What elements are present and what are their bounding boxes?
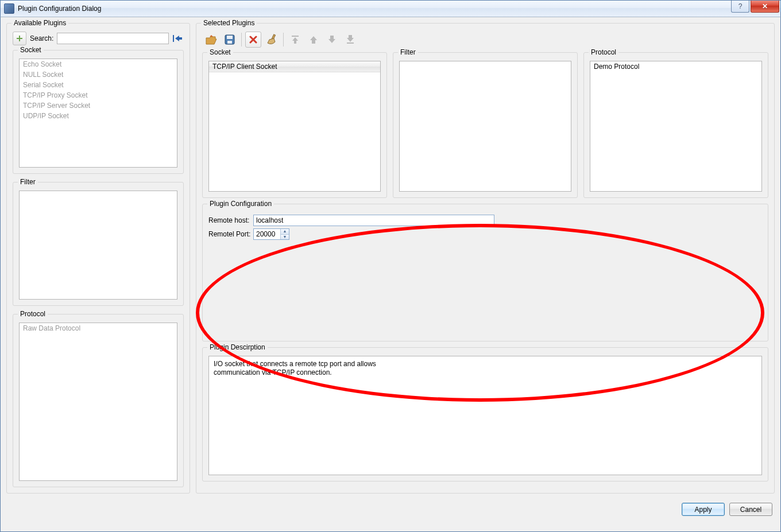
window-title: Plugin Configuration Dialog bbox=[18, 5, 730, 13]
plugin-description-text: I/O socket that connects a remote tcp po… bbox=[208, 356, 762, 475]
arrow-down-bar-icon bbox=[345, 34, 355, 45]
available-socket-label: Socket bbox=[18, 46, 44, 54]
svg-marker-14 bbox=[310, 36, 317, 44]
remove-button[interactable] bbox=[245, 32, 261, 48]
list-item[interactable]: TCP/IP Client Socket bbox=[209, 61, 380, 72]
remote-host-input[interactable] bbox=[253, 215, 494, 226]
available-filter-group: Filter bbox=[13, 182, 184, 306]
move-down-button[interactable] bbox=[324, 32, 340, 48]
plugin-configuration-label: Plugin Configuration bbox=[207, 200, 274, 208]
svg-marker-16 bbox=[347, 35, 354, 42]
plugin-description-group: Plugin Descirption I/O socket that conne… bbox=[202, 347, 768, 481]
help-button[interactable]: ? bbox=[731, 1, 749, 13]
description-line: I/O socket that connects a remote tcp po… bbox=[214, 360, 757, 368]
app-icon bbox=[4, 3, 14, 14]
list-item[interactable]: Serial Socket bbox=[20, 80, 177, 90]
svg-rect-8 bbox=[227, 41, 232, 44]
svg-rect-7 bbox=[227, 36, 233, 39]
add-plugin-button[interactable] bbox=[13, 32, 26, 45]
clear-button[interactable] bbox=[264, 32, 280, 48]
open-button[interactable] bbox=[203, 32, 219, 48]
available-plugins-group: Available Plugins Search: bbox=[6, 23, 190, 494]
selected-socket-label: Socket bbox=[207, 48, 233, 56]
remote-port-input[interactable] bbox=[254, 229, 280, 239]
list-item[interactable]: Echo Socket bbox=[20, 59, 177, 69]
svg-marker-3 bbox=[175, 36, 182, 41]
available-protocol-list[interactable]: Raw Data Protocol bbox=[19, 323, 177, 481]
svg-marker-15 bbox=[328, 36, 335, 43]
save-button[interactable] bbox=[222, 32, 238, 48]
search-input[interactable] bbox=[57, 33, 169, 44]
svg-marker-4 bbox=[206, 37, 216, 44]
remote-port-row: Remotel Port: ▲ ▼ bbox=[208, 228, 762, 240]
cancel-button[interactable]: Cancel bbox=[729, 503, 772, 516]
apply-button[interactable]: Apply bbox=[682, 503, 725, 516]
selected-filter-group: Filter bbox=[393, 52, 578, 198]
selected-filter-label: Filter bbox=[398, 48, 418, 56]
broom-icon bbox=[266, 34, 277, 45]
spinner-up-button[interactable]: ▲ bbox=[281, 229, 289, 235]
available-filter-label: Filter bbox=[18, 178, 38, 186]
search-label: Search: bbox=[29, 34, 55, 42]
svg-marker-5 bbox=[210, 35, 213, 37]
svg-rect-12 bbox=[292, 36, 299, 37]
available-protocol-label: Protocol bbox=[18, 310, 48, 318]
available-protocol-group: Protocol Raw Data Protocol bbox=[13, 314, 184, 487]
x-red-icon bbox=[249, 36, 257, 44]
help-icon: ? bbox=[739, 2, 743, 10]
available-socket-group: Socket Echo Socket NULL Socket Serial So… bbox=[13, 50, 184, 174]
list-item[interactable]: TCP/IP Server Socket bbox=[20, 100, 177, 111]
available-filter-list[interactable] bbox=[19, 191, 177, 300]
window-buttons: ? ✕ bbox=[730, 1, 779, 17]
selected-socket-group: Socket TCP/IP Client Socket bbox=[202, 52, 387, 198]
titlebar: Plugin Configuration Dialog ? ✕ bbox=[0, 0, 781, 17]
description-line: communication via TCP/IP connection. bbox=[214, 368, 757, 377]
dialog-buttons: Apply Cancel bbox=[6, 503, 775, 516]
list-item[interactable]: Raw Data Protocol bbox=[20, 323, 177, 333]
available-plugins-label: Available Plugins bbox=[11, 19, 68, 27]
clear-search-button[interactable] bbox=[171, 32, 184, 45]
list-item[interactable]: TCP/IP Proxy Socket bbox=[20, 90, 177, 100]
remote-port-label: Remotel Port: bbox=[208, 230, 253, 238]
plugin-description-label: Plugin Descirption bbox=[207, 343, 268, 351]
arrow-up-icon bbox=[308, 34, 319, 45]
selected-protocol-label: Protocol bbox=[589, 48, 618, 56]
svg-marker-13 bbox=[292, 37, 298, 44]
search-row: Search: bbox=[13, 32, 184, 45]
spinner-down-button[interactable]: ▼ bbox=[281, 235, 289, 240]
selected-toolbar bbox=[202, 32, 768, 48]
remote-host-row: Remote host: bbox=[208, 215, 762, 226]
floppy-disk-icon bbox=[224, 34, 235, 45]
selected-plugins-group: Selected Plugins bbox=[196, 23, 775, 494]
selected-filter-list[interactable] bbox=[399, 61, 571, 192]
arrow-left-bar-icon bbox=[172, 34, 183, 43]
remote-host-label: Remote host: bbox=[208, 216, 253, 224]
svg-rect-17 bbox=[347, 42, 354, 44]
list-item[interactable]: UDP/IP Socket bbox=[20, 111, 177, 121]
list-item[interactable]: Demo Protocol bbox=[590, 61, 761, 72]
available-socket-list[interactable]: Echo Socket NULL Socket Serial Socket TC… bbox=[19, 59, 177, 168]
toolbar-separator bbox=[241, 33, 242, 46]
move-up-button[interactable] bbox=[306, 32, 322, 48]
close-button[interactable]: ✕ bbox=[751, 1, 779, 13]
list-item[interactable]: NULL Socket bbox=[20, 69, 177, 80]
close-icon: ✕ bbox=[762, 2, 768, 10]
selected-protocol-list[interactable]: Demo Protocol bbox=[590, 61, 762, 192]
arrow-down-icon bbox=[327, 34, 337, 45]
selected-protocol-group: Protocol Demo Protocol bbox=[583, 52, 768, 198]
arrow-up-bar-icon bbox=[290, 34, 300, 45]
plugin-configuration-group: Plugin Configuration Remote host: Remote… bbox=[202, 204, 768, 341]
folder-open-icon bbox=[205, 34, 218, 45]
dialog-body: Available Plugins Search: bbox=[0, 17, 781, 532]
svg-rect-2 bbox=[173, 35, 174, 42]
move-bottom-button[interactable] bbox=[342, 32, 358, 48]
selected-socket-list[interactable]: TCP/IP Client Socket bbox=[208, 61, 381, 192]
svg-rect-1 bbox=[17, 38, 22, 39]
plus-icon bbox=[16, 34, 24, 42]
remote-port-spinner[interactable]: ▲ ▼ bbox=[253, 228, 289, 240]
move-top-button[interactable] bbox=[287, 32, 303, 48]
toolbar-separator bbox=[283, 33, 284, 46]
selected-plugins-label: Selected Plugins bbox=[201, 19, 257, 27]
